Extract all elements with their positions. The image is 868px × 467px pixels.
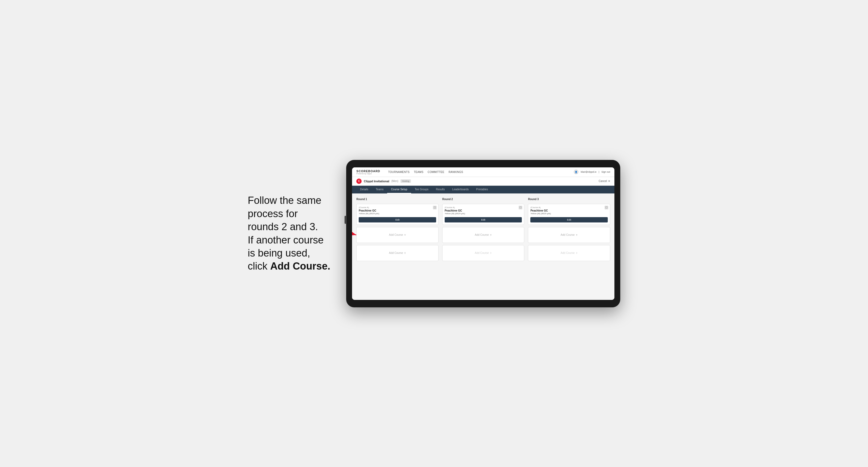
nav-pipe: | xyxy=(599,170,599,173)
nav-rankings[interactable]: RANKINGS xyxy=(448,169,463,175)
tablet-screen: SCOREBOARD Powered by clippd TOURNAMENTS… xyxy=(352,167,614,300)
top-nav: SCOREBOARD Powered by clippd TOURNAMENTS… xyxy=(352,167,614,177)
round-1-add-course-1[interactable]: Add Course + xyxy=(356,227,438,243)
round-3-plus-icon-1: + xyxy=(576,233,578,237)
round-2-course-label: (Course A) xyxy=(445,206,522,209)
tablet-side-button xyxy=(345,216,346,224)
round-3-add-course-label-2: Add Course xyxy=(561,251,575,254)
tab-tee-groups[interactable]: Tee Groups xyxy=(411,186,432,193)
round-1-add-course-container: Add Course + xyxy=(356,227,438,243)
round-2-course-name: Peachtree GC xyxy=(445,209,522,212)
round-3-add-course-1[interactable]: Add Course + xyxy=(528,227,610,243)
tournament-type: (Men) xyxy=(392,180,398,183)
round-1-column: Round 1 ☐ (Course A) Peachtree GC Yellow… xyxy=(356,198,438,261)
hosting-badge: Hosting xyxy=(400,179,411,183)
sign-out-link[interactable]: Sign out xyxy=(601,170,610,173)
round-2-plus-icon-2: + xyxy=(490,251,492,255)
cancel-label: Cancel xyxy=(599,180,607,183)
round-1-add-course-text-2: Add Course + xyxy=(389,251,406,255)
instruction-line3: rounds 2 and 3. xyxy=(248,221,318,232)
round-2-add-course-text-2: Add Course + xyxy=(475,251,492,255)
round-1-course-label: (Course A) xyxy=(359,206,436,209)
round-2-course-details: Yellow (M) (6629 yds) xyxy=(445,212,522,215)
tab-teams[interactable]: Teams xyxy=(372,186,387,193)
cancel-x-icon: ✕ xyxy=(608,180,610,183)
tab-printables[interactable]: Printables xyxy=(472,186,492,193)
round-3-delete-icon[interactable]: ☐ xyxy=(604,206,608,210)
nav-tournaments[interactable]: TOURNAMENTS xyxy=(388,169,409,175)
round-3-edit-button[interactable]: Edit xyxy=(530,217,608,222)
instruction-line5: is being used, xyxy=(248,247,310,259)
sub-header: C Clippd Invitational (Men) Hosting Canc… xyxy=(352,177,614,186)
nav-right: 👤 blair@clippd.io | Sign out xyxy=(574,169,610,174)
round-2-add-course-text-1: Add Course + xyxy=(475,233,492,237)
tournament-info: C Clippd Invitational (Men) Hosting xyxy=(356,179,411,184)
nav-teams[interactable]: TEAMS xyxy=(414,169,423,175)
round-2-edit-button[interactable]: Edit xyxy=(445,217,522,222)
round-3-add-course-text-2: Add Course + xyxy=(561,251,578,255)
round-2-add-course-label-2: Add Course xyxy=(475,251,489,254)
round-3-add-course-label-1: Add Course xyxy=(561,234,575,236)
round-1-add-course-label-2: Add Course xyxy=(389,251,403,254)
round-2-course-card: ☐ (Course A) Peachtree GC Yellow (M) (66… xyxy=(442,204,524,225)
nav-committee[interactable]: COMMITTEE xyxy=(428,169,444,175)
round-1-add-course-label-1: Add Course xyxy=(389,234,403,236)
round-3-course-label: (Course A) xyxy=(530,206,608,209)
round-1-title: Round 1 xyxy=(356,198,438,200)
logo-powered: Powered by clippd xyxy=(356,173,380,175)
instruction-line2: process for xyxy=(248,208,298,219)
round-1-course-card: ☐ (Course A) Peachtree GC Yellow (M) (66… xyxy=(356,204,438,225)
round-3-column: Round 3 ☐ (Course A) Peachtree GC Yellow… xyxy=(528,198,610,261)
tab-leaderboards[interactable]: Leaderboards xyxy=(448,186,473,193)
cancel-button[interactable]: Cancel ✕ xyxy=(599,180,610,183)
tabs-bar: Details Teams Course Setup Tee Groups Re… xyxy=(352,186,614,193)
main-content: Round 1 ☐ (Course A) Peachtree GC Yellow… xyxy=(352,193,614,300)
round-2-add-course-1[interactable]: Add Course + xyxy=(442,227,524,243)
round-1-add-course-2[interactable]: Add Course + xyxy=(356,245,438,261)
round-2-title: Round 2 xyxy=(442,198,524,200)
round-3-course-name: Peachtree GC xyxy=(530,209,608,212)
round-3-add-course-2: Add Course + xyxy=(528,245,610,261)
tournament-logo: C xyxy=(356,179,362,184)
round-1-plus-icon-1: + xyxy=(404,233,406,237)
round-2-add-course-2: Add Course + xyxy=(442,245,524,261)
nav-links: TOURNAMENTS TEAMS COMMITTEE RANKINGS xyxy=(388,169,569,175)
round-3-course-details: Yellow (M) (6629 yds) xyxy=(530,212,608,215)
instruction-bold: Add Course. xyxy=(270,260,330,272)
round-3-plus-icon-2: + xyxy=(576,251,578,255)
round-3-course-card: ☐ (Course A) Peachtree GC Yellow (M) (66… xyxy=(528,204,610,225)
tablet-frame: SCOREBOARD Powered by clippd TOURNAMENTS… xyxy=(346,160,620,307)
logo-area: SCOREBOARD Powered by clippd xyxy=(356,169,380,175)
round-1-delete-icon[interactable]: ☐ xyxy=(433,206,437,210)
round-3-add-course-text-1: Add Course + xyxy=(561,233,578,237)
instruction-line1: Follow the same xyxy=(248,195,321,206)
page-wrapper: Follow the same process for rounds 2 and… xyxy=(248,160,620,307)
instruction-text: Follow the same process for rounds 2 and… xyxy=(248,194,330,273)
round-2-column: Round 2 ☐ (Course A) Peachtree GC Yellow… xyxy=(442,198,524,261)
round-2-delete-icon[interactable]: ☐ xyxy=(519,206,522,210)
round-3-title: Round 3 xyxy=(528,198,610,200)
logo-scoreboard: SCOREBOARD xyxy=(356,169,380,173)
tab-course-setup[interactable]: Course Setup xyxy=(387,186,411,193)
tab-results[interactable]: Results xyxy=(432,186,448,193)
round-1-add-course-text-1: Add Course + xyxy=(389,233,406,237)
round-1-edit-button[interactable]: Edit xyxy=(359,217,436,222)
round-2-add-course-label-1: Add Course xyxy=(475,234,489,236)
user-email: blair@clippd.io xyxy=(581,170,596,173)
round-1-course-name: Peachtree GC xyxy=(359,209,436,212)
round-2-plus-icon-1: + xyxy=(490,233,492,237)
tournament-name: Clippd Invitational xyxy=(364,180,389,183)
round-1-plus-icon-2: + xyxy=(404,251,406,255)
tab-details[interactable]: Details xyxy=(356,186,372,193)
instruction-line6: click xyxy=(248,260,270,272)
user-avatar: 👤 xyxy=(574,169,579,174)
rounds-grid: Round 1 ☐ (Course A) Peachtree GC Yellow… xyxy=(356,198,610,261)
instruction-line4: If another course xyxy=(248,235,323,246)
round-1-course-details: Yellow (M) (6629 yds) xyxy=(359,212,436,215)
